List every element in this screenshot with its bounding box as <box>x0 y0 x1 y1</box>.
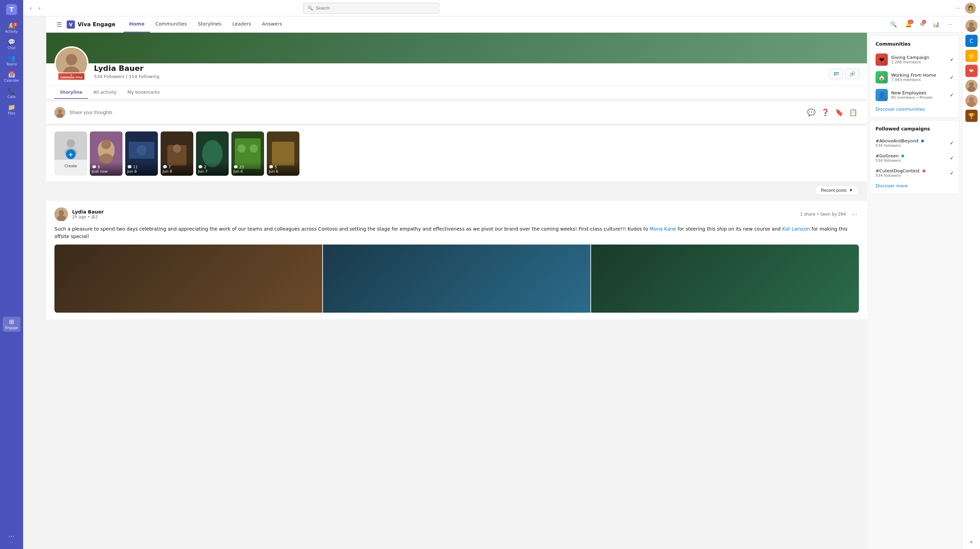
campaign-dot-dog <box>923 169 925 172</box>
nav-item-teams[interactable]: 👥 Teams <box>3 53 21 68</box>
share-chat-button[interactable]: 💬 <box>806 107 817 118</box>
post-link-mona[interactable]: Mona Kane <box>649 226 676 231</box>
discover-more-link[interactable]: Discover more <box>875 183 954 188</box>
nav-item-engage[interactable]: ⊞ Engage <box>3 317 21 332</box>
post-image-1 <box>54 244 322 313</box>
activity-label: Activity <box>5 30 18 34</box>
files-icon: 📁 <box>8 104 15 110</box>
recent-posts-bar: Recent posts ▼ <box>46 182 867 198</box>
svg-text:V: V <box>69 22 73 27</box>
collapse-button[interactable]: « <box>969 538 974 546</box>
post-card-1: Lydia Bauer 2h ago • @2 1 share • Seen b… <box>46 201 867 319</box>
app-profile-item[interactable] <box>966 20 978 32</box>
post-author-avatar <box>54 207 68 221</box>
app-item-3[interactable]: ❤ <box>966 65 978 77</box>
story-strip: + Create <box>46 126 867 181</box>
back-button[interactable]: ‹ <box>27 4 34 13</box>
story-item-1[interactable]: 💬8 Just now <box>90 131 123 176</box>
story-create-item[interactable]: + Create <box>54 131 87 176</box>
user-avatar-button[interactable]: 👩 <box>965 3 976 14</box>
engage-nav-storylines[interactable]: Storylines <box>192 16 227 33</box>
story-item-2[interactable]: 💬11 Jun 8 <box>125 131 158 176</box>
campaign-item-green: #GoGreen 534 followers ✓ <box>875 150 954 166</box>
profile-link-button[interactable]: 🔗 <box>846 69 859 79</box>
nav-item-calls[interactable]: 📞 Calls <box>3 86 21 101</box>
story-2-overlay: 💬11 Jun 8 <box>125 162 158 176</box>
campaign-info-above: #AboveAndBeyond 534 followers <box>875 138 947 148</box>
post-link-kat[interactable]: Kat Larsson <box>782 226 810 231</box>
post-more-button[interactable]: ⋯ <box>850 209 859 219</box>
post-mention: @2 <box>91 215 98 219</box>
nav-item-calendar[interactable]: 📅 Calendar <box>3 69 21 85</box>
forward-button[interactable]: › <box>36 4 43 13</box>
engage-nav-leaders[interactable]: Leaders <box>227 16 256 33</box>
recent-posts-button[interactable]: Recent posts ▼ <box>815 185 859 195</box>
share-box: 💬 ❓ 🔖 📋 <box>46 102 867 123</box>
svg-point-41 <box>969 97 974 102</box>
app-item-5[interactable] <box>966 95 978 107</box>
story-item-5[interactable]: 💬23 Jun 6 <box>231 131 264 176</box>
svg-point-35 <box>969 22 974 27</box>
story-3-count: 💬7 <box>163 165 191 169</box>
nav-item-chat[interactable]: 💬 Chat <box>3 37 21 52</box>
share-thoughts-input[interactable] <box>69 110 802 115</box>
engage-icon: ⊞ <box>9 319 14 325</box>
chat-icon: 💬 <box>8 39 15 45</box>
campaign-tag-dog: #CutestDogContest <box>875 168 947 173</box>
story-item-4[interactable]: 💬2 Jun 7 <box>196 131 229 176</box>
app-item-4[interactable] <box>966 80 978 92</box>
calls-icon: 📞 <box>8 88 15 94</box>
app-item-6[interactable]: 🏆 <box>966 110 978 122</box>
content-wrapper: ☰ V Viva Engage Home Communities Storyli… <box>46 16 962 549</box>
svg-point-11 <box>67 139 75 147</box>
app-item-2[interactable]: ⭐ <box>966 50 978 62</box>
post-author-name: Lydia Bauer <box>72 209 796 215</box>
campaigns-title: Followed campaigns <box>875 126 954 131</box>
discover-communities-link[interactable]: Discover communities <box>875 107 954 112</box>
top-more-button[interactable]: ··· <box>954 3 962 13</box>
app-item-1[interactable]: C <box>966 35 978 47</box>
header-chart-button[interactable]: 📊 <box>931 19 942 30</box>
communities-title: Communities <box>875 41 954 47</box>
community-members-wfh: 7,943 members <box>891 78 946 82</box>
tab-all-activity[interactable]: All activity <box>88 86 122 99</box>
share-bookmark-button[interactable]: 🔖 <box>834 107 845 118</box>
engage-nav-home[interactable]: Home <box>124 16 150 33</box>
teams-icon: 👥 <box>8 55 15 61</box>
tab-storyline[interactable]: Storyline <box>54 86 88 99</box>
share-question-button[interactable]: ❓ <box>820 107 831 118</box>
tab-bookmarks[interactable]: My bookmarks <box>122 86 165 99</box>
story-item-6[interactable]: 💬5 Jun 6 <box>267 131 299 176</box>
header-message-button[interactable]: ✉ 5 <box>918 19 927 30</box>
svg-point-15 <box>102 140 111 149</box>
share-actions: 💬 ❓ 🔖 📋 <box>806 107 859 118</box>
nav-item-files[interactable]: 📁 Files <box>3 102 21 117</box>
post-text-1: Such a pleasure to spend two days celebr… <box>54 226 649 231</box>
header-search-button[interactable]: 🔍 <box>888 19 899 30</box>
story-item-3[interactable]: 💬7 Jun 8 <box>161 131 193 176</box>
nav-item-activity[interactable]: 1 🔔 Activity <box>3 21 21 35</box>
banner-image <box>46 33 867 63</box>
profile-card-button[interactable]: 🪪 <box>830 69 843 79</box>
viva-engage-logo-icon: V <box>67 21 75 29</box>
svg-point-32 <box>59 210 64 215</box>
nav-item-more[interactable]: ··· ··· <box>3 531 21 546</box>
svg-point-8 <box>58 109 62 113</box>
story-5-overlay: 💬23 Jun 6 <box>231 162 264 176</box>
story-2-count: 💬11 <box>127 165 156 169</box>
more-icon: ··· <box>8 533 14 539</box>
svg-point-27 <box>237 144 246 153</box>
hamburger-button[interactable]: ☰ <box>54 19 64 30</box>
header-notification-button[interactable]: 🔔 12 <box>903 19 914 30</box>
header-more-button[interactable]: ··· <box>946 19 954 30</box>
story-2-date: Jun 8 <box>127 169 156 174</box>
post-text-2: for steering this ship on its new course… <box>676 226 782 231</box>
svg-text:T: T <box>10 6 14 13</box>
search-input[interactable] <box>316 5 435 11</box>
engage-nav-answers[interactable]: Answers <box>256 16 288 33</box>
community-check-new-emp: ✓ <box>950 92 954 98</box>
message-badge: 5 <box>922 20 926 24</box>
share-list-button[interactable]: 📋 <box>848 107 859 118</box>
engage-nav-communities[interactable]: Communities <box>150 16 192 33</box>
engage-header-right: 🔍 🔔 12 ✉ 5 📊 ··· <box>888 19 954 30</box>
